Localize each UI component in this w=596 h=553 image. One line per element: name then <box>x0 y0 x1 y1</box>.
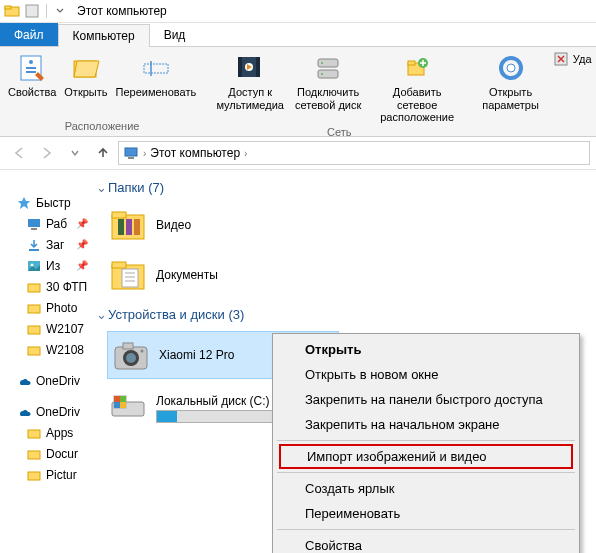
chevron-right-icon[interactable]: › <box>143 148 146 159</box>
svg-rect-37 <box>28 472 40 480</box>
address-segment[interactable]: Этот компьютер <box>150 146 240 160</box>
ctx-pin-quick-access[interactable]: Закрепить на панели быстрого доступа <box>275 387 577 412</box>
sidebar-item[interactable]: 30 ФТП <box>16 276 88 297</box>
tab-computer[interactable]: Компьютер <box>58 24 150 47</box>
address-bar[interactable]: › Этот компьютер › <box>118 141 590 165</box>
svg-rect-57 <box>120 396 126 402</box>
add-network-icon <box>401 52 433 84</box>
svg-rect-31 <box>28 284 40 292</box>
onedrive-icon <box>16 404 32 420</box>
ribbon-group-system: Открыть параметры <box>474 47 547 136</box>
svg-rect-12 <box>256 57 260 77</box>
sidebar-item[interactable]: Docur <box>16 443 88 464</box>
item-label: Документы <box>156 268 218 282</box>
ctx-separator <box>277 529 575 530</box>
svg-point-16 <box>321 62 323 64</box>
desktop-icon <box>26 216 42 232</box>
drive-icon <box>108 388 148 428</box>
folder-icon <box>26 279 42 295</box>
sidebar-onedrive[interactable]: OneDriv <box>16 401 88 422</box>
svg-rect-44 <box>112 262 126 268</box>
folder-item-videos[interactable]: Видео <box>108 205 338 245</box>
ctx-open-new-window[interactable]: Открыть в новом окне <box>275 362 577 387</box>
videos-folder-icon <box>108 205 148 245</box>
folder-icon <box>26 425 42 441</box>
svg-rect-25 <box>128 157 134 159</box>
sidebar-item[interactable]: Заг📌 <box>16 234 88 255</box>
qa-dropdown-icon[interactable] <box>53 4 67 18</box>
group-header-folders[interactable]: ⌄ Папки (7) <box>94 180 590 195</box>
sidebar: Быстр Раб📌 Заг📌 Из📌 30 ФТП Photo W2107 W… <box>0 170 90 553</box>
svg-rect-5 <box>26 67 36 69</box>
back-button[interactable] <box>6 140 32 166</box>
media-access-button[interactable]: Доступ к мультимедиа <box>212 50 288 113</box>
svg-rect-6 <box>26 71 36 73</box>
properties-icon <box>16 52 48 84</box>
group-label-location: Расположение <box>4 120 200 134</box>
sidebar-item[interactable]: Pictur <box>16 464 88 485</box>
svg-rect-32 <box>28 305 40 313</box>
svg-rect-33 <box>28 326 40 334</box>
chevron-right-icon[interactable]: › <box>244 148 247 159</box>
context-menu: Открыть Открыть в новом окне Закрепить н… <box>272 333 580 553</box>
documents-folder-icon <box>108 255 148 295</box>
rename-button[interactable]: Переименовать <box>112 50 201 101</box>
sidebar-item[interactable]: Apps <box>16 422 88 443</box>
open-settings-button[interactable]: Открыть параметры <box>478 50 543 113</box>
ctx-pin-start[interactable]: Закрепить на начальном экране <box>275 412 577 437</box>
svg-point-22 <box>507 64 515 72</box>
group-header-devices[interactable]: ⌄ Устройства и диски (3) <box>94 307 590 322</box>
nav-bar: › Этот компьютер › <box>0 137 596 170</box>
group-label-network: Сеть <box>212 126 466 140</box>
up-button[interactable] <box>90 140 116 166</box>
ctx-open[interactable]: Открыть <box>275 337 577 362</box>
folder-icon <box>26 467 42 483</box>
sidebar-item[interactable]: W2108 <box>16 339 88 360</box>
svg-rect-35 <box>28 430 40 438</box>
add-network-button[interactable]: Добавить сетевое расположение <box>368 50 466 126</box>
svg-rect-42 <box>134 219 140 235</box>
ctx-properties[interactable]: Свойства <box>275 533 577 553</box>
ctx-import-images[interactable]: Импорт изображений и видео <box>279 444 573 469</box>
map-drive-button[interactable]: Подключить сетевой диск <box>288 50 368 113</box>
pin-icon: 📌 <box>76 260 88 271</box>
chevron-down-icon: ⌄ <box>94 180 108 195</box>
sidebar-item[interactable]: Раб📌 <box>16 213 88 234</box>
tab-view[interactable]: Вид <box>150 23 200 46</box>
ribbon: Свойства Открыть Переименовать Расположе… <box>0 47 596 137</box>
forward-button[interactable] <box>34 140 60 166</box>
sidebar-item[interactable]: Из📌 <box>16 255 88 276</box>
ctx-rename[interactable]: Переименовать <box>275 501 577 526</box>
open-button[interactable]: Открыть <box>60 50 111 101</box>
uninstall-button[interactable]: Уда <box>553 51 592 67</box>
sidebar-item[interactable]: Photo <box>16 297 88 318</box>
sidebar-item[interactable]: W2107 <box>16 318 88 339</box>
properties-button[interactable]: Свойства <box>4 50 60 101</box>
tab-file[interactable]: Файл <box>0 23 58 46</box>
svg-rect-40 <box>118 219 124 235</box>
sidebar-onedrive[interactable]: OneDriv <box>16 370 88 391</box>
history-dropdown[interactable] <box>62 140 88 166</box>
qa-save-icon[interactable] <box>24 3 40 19</box>
window-icon <box>4 3 20 19</box>
ribbon-side-buttons: Уда <box>547 47 596 136</box>
svg-point-17 <box>321 73 323 75</box>
svg-point-53 <box>141 350 144 353</box>
uninstall-icon <box>553 51 569 67</box>
folder-item-documents[interactable]: Документы <box>108 255 338 295</box>
rename-icon <box>140 52 172 84</box>
svg-rect-8 <box>144 64 168 73</box>
sidebar-quick-access[interactable]: Быстр <box>16 192 88 213</box>
ribbon-group-location: Свойства Открыть Переименовать Расположе… <box>0 47 204 136</box>
svg-rect-2 <box>26 5 38 17</box>
divider <box>46 4 47 18</box>
title-bar: Этот компьютер <box>0 0 596 23</box>
ctx-separator <box>277 472 575 473</box>
chevron-down-icon: ⌄ <box>94 307 108 322</box>
pictures-icon <box>26 258 42 274</box>
group-label-system <box>478 132 543 134</box>
svg-rect-27 <box>31 228 37 230</box>
folder-icon <box>26 342 42 358</box>
ctx-create-shortcut[interactable]: Создать ярлык <box>275 476 577 501</box>
svg-rect-11 <box>238 57 242 77</box>
